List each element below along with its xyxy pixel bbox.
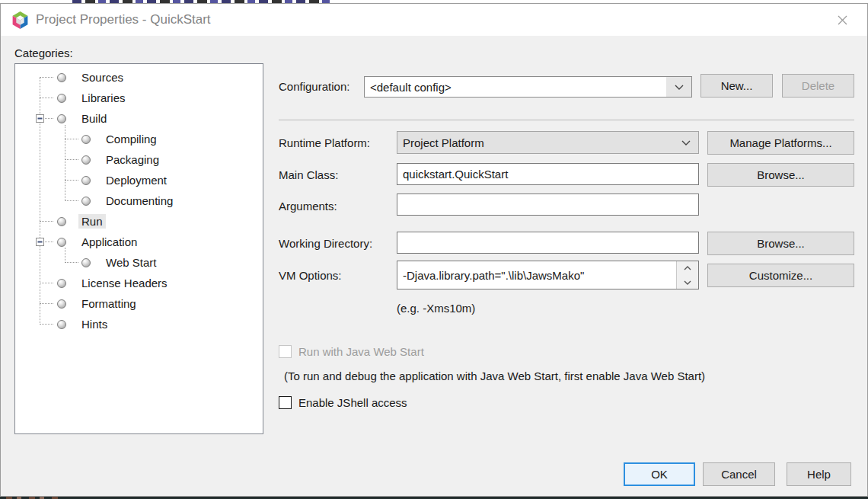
selected-tree-item: Run	[78, 214, 106, 229]
tree-node-icon	[81, 197, 91, 206]
tree-item-hints[interactable]: Hints	[15, 314, 263, 334]
runtime-platform-combobox[interactable]: Project Platform	[397, 131, 699, 154]
vm-options-input[interactable]: -Djava.library.path=".\lib\JawsMako"	[397, 261, 699, 289]
working-directory-label: Working Directory:	[279, 237, 372, 250]
tree-item-run[interactable]: Run	[15, 211, 263, 232]
runtime-platform-label: Runtime Platform:	[279, 136, 370, 149]
tree-node-icon	[57, 94, 66, 103]
vm-options-value: -Djava.library.path=".\lib\JawsMako"	[403, 269, 676, 282]
tree-item-sources[interactable]: Sources	[15, 67, 263, 88]
enable-jshell-checkbox[interactable]: Enable JShell access	[279, 396, 407, 409]
window-title: Project Properties - QuickStart	[36, 12, 211, 27]
ok-button[interactable]: OK	[624, 462, 695, 486]
main-class-label: Main Class:	[279, 168, 338, 181]
working-directory-browse-button[interactable]: Browse...	[707, 232, 854, 255]
collapse-toggle-icon[interactable]	[36, 114, 44, 123]
close-button[interactable]	[825, 4, 860, 36]
tree-item-compiling[interactable]: Compiling	[15, 129, 263, 149]
vm-options-label: VM Options:	[279, 269, 342, 282]
tree-node-icon	[57, 114, 66, 123]
run-with-java-web-start-checkbox: Run with Java Web Start	[279, 345, 424, 358]
tree-node-icon	[57, 279, 66, 288]
tree-item-documenting[interactable]: Documenting	[15, 190, 263, 211]
tree-node-icon	[81, 155, 91, 165]
project-properties-dialog: Project Properties - QuickStart Categori…	[0, 3, 868, 497]
manage-platforms-button[interactable]: Manage Platforms...	[707, 131, 854, 155]
main-class-browse-button[interactable]: Browse...	[707, 163, 854, 187]
tree-item-formatting[interactable]: Formatting	[15, 293, 263, 314]
tree-item-web-start[interactable]: Web Start	[15, 252, 263, 273]
web-start-note: (To run and debug the application with J…	[284, 369, 705, 382]
checkbox-icon	[279, 396, 292, 409]
caret-up-icon[interactable]	[684, 266, 691, 270]
tree-item-license-headers[interactable]: License Headers	[15, 273, 263, 293]
title-bar: Project Properties - QuickStart	[1, 4, 867, 36]
tree-item-application[interactable]: Application	[15, 232, 263, 252]
customize-button[interactable]: Customize...	[707, 264, 854, 287]
tree-node-icon	[57, 238, 66, 247]
tree-node-icon	[81, 258, 91, 267]
tree-item-build[interactable]: Build	[15, 108, 263, 129]
close-icon	[837, 14, 848, 26]
categories-tree: Sources Libraries Build Compiling Packag…	[14, 63, 263, 434]
tree-node-icon	[57, 320, 66, 329]
working-directory-input[interactable]	[397, 232, 699, 254]
tree-item-deployment[interactable]: Deployment	[15, 170, 263, 190]
tree-node-icon	[57, 299, 66, 309]
delete-button: Delete	[782, 74, 854, 98]
help-button[interactable]: Help	[787, 462, 851, 486]
tree-item-packaging[interactable]: Packaging	[15, 149, 263, 170]
configuration-label: Configuration:	[279, 80, 349, 93]
vm-options-scroll[interactable]	[676, 261, 698, 289]
vm-options-hint: (e.g. -Xms10m)	[397, 302, 475, 315]
configuration-value: <default config>	[365, 77, 666, 97]
tree-item-libraries[interactable]: Libraries	[15, 88, 263, 108]
runtime-platform-value: Project Platform	[397, 132, 673, 153]
divider	[279, 120, 854, 120]
categories-label: Categories:	[14, 46, 73, 59]
enable-jshell-label: Enable JShell access	[298, 396, 407, 409]
tree-node-icon	[57, 217, 66, 226]
tree-node-icon	[81, 135, 91, 144]
arguments-label: Arguments:	[279, 200, 337, 213]
netbeans-logo-icon	[11, 11, 30, 30]
caret-down-icon[interactable]	[684, 280, 691, 285]
collapse-toggle-icon[interactable]	[36, 238, 44, 246]
tree-node-icon	[57, 73, 66, 82]
arguments-input[interactable]	[397, 194, 699, 216]
main-class-input[interactable]: quickstart.QuickStart	[397, 163, 699, 185]
cancel-button[interactable]: Cancel	[703, 462, 775, 486]
checkbox-icon	[279, 345, 292, 358]
chevron-down-icon	[675, 85, 684, 90]
chevron-down-icon	[681, 140, 691, 146]
new-button[interactable]: New...	[700, 74, 773, 98]
tree-node-icon	[81, 176, 91, 185]
run-with-java-web-start-label: Run with Java Web Start	[298, 345, 424, 358]
configuration-combobox[interactable]: <default config>	[364, 76, 692, 98]
